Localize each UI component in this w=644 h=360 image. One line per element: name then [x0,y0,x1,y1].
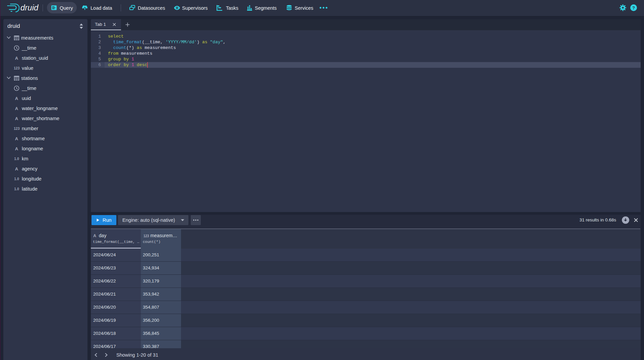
svg-text:?: ? [632,5,635,10]
